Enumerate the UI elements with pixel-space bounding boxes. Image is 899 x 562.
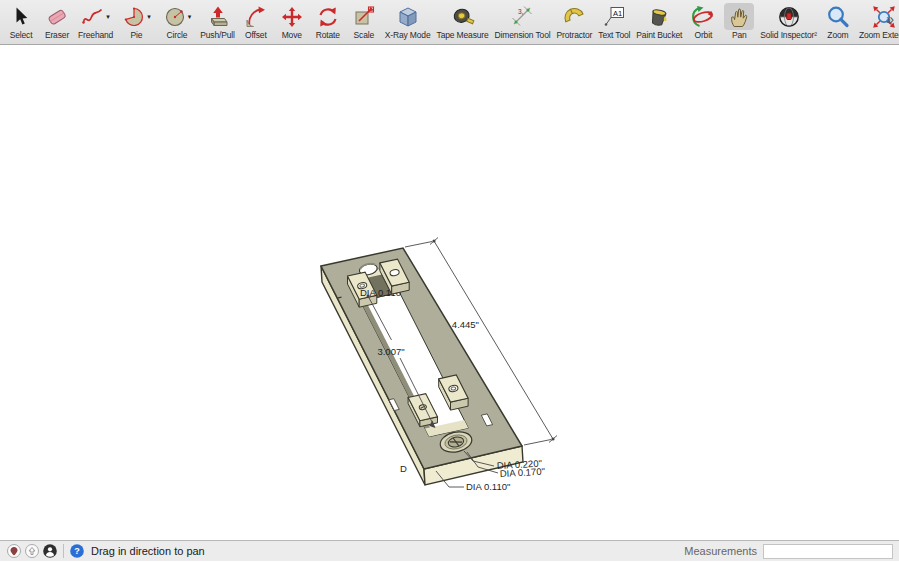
status-bar: ? Drag in direction to pan Measurements: [0, 540, 899, 561]
tab-bottom-right: [439, 375, 468, 410]
countersunk-screw-hole: [438, 429, 473, 455]
help-icon[interactable]: ?: [69, 543, 85, 559]
dropdown-arrow-icon[interactable]: ▾: [188, 13, 192, 21]
text-tool-icon: A1: [602, 5, 626, 29]
dim-label-slot: 3.007": [377, 346, 404, 357]
orbit-icon: [691, 5, 715, 29]
tool-pie[interactable]: ▾ Pie: [116, 2, 157, 42]
pie-icon: [122, 5, 146, 29]
push-pull-icon: [206, 5, 230, 29]
dim-label-dia-110: DIA 0.110": [466, 481, 510, 492]
notch-wall: [361, 269, 381, 278]
tool-scale[interactable]: Scale: [346, 2, 382, 42]
move-icon: [280, 5, 304, 29]
tool-offset[interactable]: Offset: [238, 2, 274, 42]
protractor-icon: [562, 5, 586, 29]
tool-circle[interactable]: ▾ Circle: [157, 2, 198, 42]
select-icon: [9, 5, 33, 29]
right-edge-notch: [481, 414, 492, 426]
edge-tick: [337, 297, 341, 298]
tool-tape-measure[interactable]: Tape Measure: [434, 2, 492, 42]
tape-measure-icon: [451, 5, 475, 29]
svg-text:3,: 3,: [518, 8, 524, 15]
pan-icon: [727, 5, 751, 29]
offset-icon: [244, 5, 268, 29]
tool-select[interactable]: Select: [3, 2, 39, 42]
dim-label-length: 4.445": [452, 319, 479, 330]
dimension-diameters: DIA 0.220" DIA 0.170" DIA 0.110": [436, 451, 545, 492]
dimension-tool-icon: 3,: [511, 5, 535, 29]
statusbar-divider: [63, 544, 64, 558]
left-edge-notch: [389, 399, 399, 411]
tool-rotate[interactable]: Rotate: [310, 2, 346, 42]
tool-orbit[interactable]: Orbit: [685, 2, 721, 42]
model-3d-plate: D DIA 0.110": [0, 45, 899, 540]
dim-label-dia-top: DIA 0.110": [360, 287, 404, 298]
credits-icon[interactable]: [24, 543, 40, 559]
tool-paint-bucket[interactable]: Paint Bucket: [633, 2, 685, 42]
drawing-viewport[interactable]: D DIA 0.110": [0, 45, 899, 540]
scale-icon: [352, 5, 376, 29]
tool-protractor[interactable]: Protractor: [553, 2, 595, 42]
tool-push-pull[interactable]: Push/Pull: [197, 2, 238, 42]
status-hint: Drag in direction to pan: [91, 545, 205, 557]
dim-label-hidden: D: [400, 463, 407, 474]
solid-inspector-icon: [777, 5, 801, 29]
tool-pan[interactable]: Pan: [721, 2, 757, 42]
tool-solid-inspector[interactable]: Solid Inspector²: [757, 2, 820, 42]
svg-text:A1: A1: [613, 8, 622, 17]
circle-icon: [163, 5, 187, 29]
slot-left-wall: [360, 300, 434, 437]
dropdown-arrow-icon[interactable]: ▾: [147, 13, 151, 21]
x-ray-mode-icon: [396, 5, 420, 29]
dim-label-dia-170: DIA 0.170": [500, 466, 546, 479]
dropdown-arrow-icon[interactable]: ▾: [106, 13, 110, 21]
rotate-icon: [316, 5, 340, 29]
svg-text:?: ?: [74, 546, 80, 556]
measurements-input[interactable]: [763, 544, 893, 559]
sign-in-icon[interactable]: [42, 543, 58, 559]
dim-label-dia-220: DIA 0.220": [497, 458, 543, 471]
plate-end-face: [424, 446, 523, 485]
zoom-icon: [826, 5, 850, 29]
tool-zoom[interactable]: Zoom: [820, 2, 856, 42]
plate-top-notch: [361, 269, 391, 298]
eraser-icon: [45, 5, 69, 29]
top-oval-hole: [358, 262, 378, 276]
geolocation-icon[interactable]: [6, 543, 22, 559]
tab-top-right: [380, 259, 409, 294]
dimension-slot: 3.007": [367, 295, 436, 429]
freehand-icon: [81, 5, 105, 29]
tool-dimension-tool[interactable]: 3, Dimension Tool: [492, 2, 554, 42]
plate-left-side-face: [321, 266, 425, 485]
tool-freehand[interactable]: ▾ Freehand: [75, 2, 116, 42]
paint-bucket-icon: [647, 5, 671, 29]
toolbar-overflow-chevron[interactable]: »: [886, 11, 894, 27]
dimension-length: 4.445": [405, 238, 557, 446]
plate-slot: [360, 292, 468, 436]
slot-bottom-wall: [425, 420, 468, 437]
tab-top-left: [348, 272, 377, 307]
toolbar: Select Eraser ▾ Freehand ▾ Pie ▾ Circle …: [0, 0, 899, 45]
measurements-label: Measurements: [684, 545, 757, 557]
tool-move[interactable]: Move: [274, 2, 310, 42]
tool-x-ray-mode[interactable]: X-Ray Mode: [382, 2, 434, 42]
tool-eraser[interactable]: Eraser: [39, 2, 75, 42]
plate-top-face: [321, 248, 522, 469]
tab-bottom-left: [408, 394, 437, 427]
tool-text-tool[interactable]: A1 Text Tool: [595, 2, 633, 42]
